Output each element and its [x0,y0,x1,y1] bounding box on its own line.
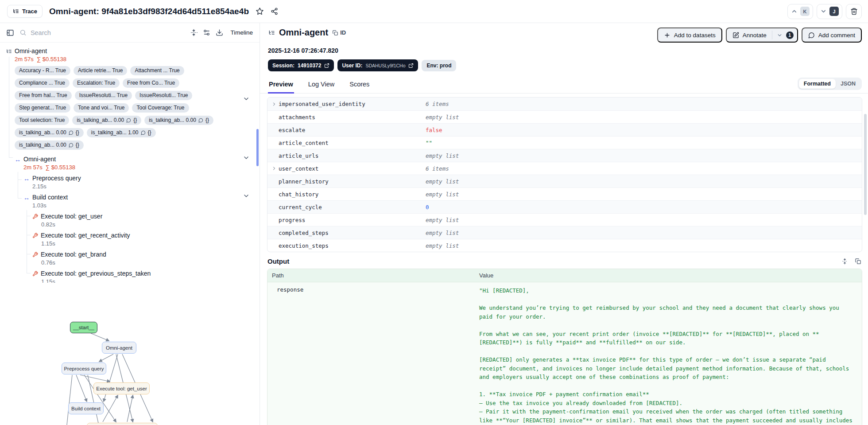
output-row-response[interactable]: response "Hi [REDACTED], We understand y… [267,282,862,425]
graph-node-build-context[interactable]: Build context [68,402,104,414]
delete-trace-button[interactable] [846,4,862,19]
span-row[interactable]: Execute tool: get_user0.82s [0,212,260,229]
tree-root-row[interactable]: Omni-agent [0,47,260,55]
collapse-all-icon[interactable] [190,29,198,36]
preview-key: planner_history [279,178,426,185]
graph-node[interactable] [87,423,158,425]
score-badge[interactable]: Article retrie... True [74,66,127,75]
score-badge[interactable]: is_talking_ab... 0.00{} [15,128,84,137]
graph-node-preprocess-query[interactable]: Preprocess query [62,363,106,374]
graph-node-execute-tool-get-user[interactable]: Execute tool: get_user [93,382,150,394]
preview-row[interactable]: progressempty list [267,213,862,226]
expand-chevron-icon[interactable] [271,166,279,171]
score-badge-label: IssueResoluti... True [79,92,128,98]
share-icon[interactable] [271,8,278,15]
graph-node-omni-agent[interactable]: Omni-agent [102,342,136,354]
preview-row[interactable]: escalatefalse [267,123,862,136]
span-label: Execute tool: get_brand [41,250,106,259]
star-icon[interactable] [256,7,264,16]
trace-timestamp: 2025-12-16 07:26:47.820 [268,47,862,54]
user-id-badge[interactable]: User ID:SDAHUSLy9f1CHo [337,59,418,71]
collapse-chevron-icon[interactable] [243,192,250,199]
span-row[interactable]: ↔Omni-agent2m 57s ∑ $0.55138 [0,155,260,172]
copy-id-button[interactable]: ID [332,29,346,36]
tree-guide [18,198,22,199]
copy-icon[interactable] [855,258,861,265]
span-row[interactable]: Execute tool: get_brand0.76s [0,250,260,267]
tree-guide [27,210,27,273]
preview-row[interactable]: article_urlsempty list [267,149,862,162]
score-badge[interactable]: Tool selection: True [15,116,69,125]
collapse-all-icon[interactable] [841,258,848,265]
preview-row[interactable]: impersonated_user_identity6 items [267,97,862,110]
preview-scrollbar[interactable] [864,114,867,215]
tab-log-view[interactable]: Log View [307,81,335,94]
collapse-chevron-icon[interactable] [243,95,250,102]
span-row[interactable]: ↔Preprocess query2.15s [0,174,260,191]
format-toggle-json[interactable]: JSON [836,79,860,89]
collapse-panel-icon[interactable] [6,29,14,37]
search-box[interactable] [19,29,185,36]
span-row[interactable]: ↔Build context1.03s [0,193,260,210]
score-badge[interactable]: Free from Co... True [123,78,179,88]
tab-preview[interactable]: Preview [268,81,294,94]
preview-row[interactable]: current_cycle0 [267,200,862,213]
score-badge[interactable]: is_talking_ab... 0.00{} [144,116,213,125]
format-toggle-formatted[interactable]: Formatted [799,79,836,89]
annotate-button[interactable]: Annotate 1 [726,27,798,43]
score-badge[interactable]: Tool Coverage: True [132,103,189,113]
session-badge[interactable]: Session:14910372 [268,59,334,71]
chevron-down-icon[interactable] [777,32,783,38]
preview-row[interactable]: article_content"" [267,136,862,149]
score-badge[interactable]: Escalation: True [73,78,120,88]
preview-row[interactable]: execution_stepsempty list [267,239,862,252]
trace-breadcrumb[interactable]: Trace [7,5,43,18]
nav-down-button[interactable]: J [817,4,842,19]
collapse-chevron-icon[interactable] [243,154,250,161]
timeline-toggle[interactable]: Timeline [230,29,253,36]
score-badge[interactable]: is_talking_ab... 1.00{} [87,128,156,137]
top-bar: Trace Omni-agent: 9f4a81eb3df983f24d64d5… [0,0,868,23]
preview-row[interactable]: chat_historyempty list [267,187,862,200]
score-badge[interactable]: Attachment ... True [130,66,184,75]
preview-row[interactable]: user_context6 items [267,162,862,175]
preview-value: 0 [426,204,429,211]
settings-sliders-icon[interactable] [203,29,210,36]
add-to-datasets-button[interactable]: Add to datasets [657,27,722,43]
copy-icon [332,30,338,36]
span-row[interactable]: Execute tool: get_previous_steps_taken1.… [0,269,260,283]
trace-tree: Omni-agent 2m 57s ∑ $0.55138 Accuracy - … [0,43,260,283]
expand-chevron-icon [271,166,277,171]
preview-row[interactable]: attachmentsempty list [267,110,862,123]
score-badge[interactable]: Accuracy - R... True [15,66,70,75]
expand-chevron-icon[interactable] [271,101,279,107]
tree-scrollbar[interactable] [256,129,259,166]
span-row[interactable]: Execute tool: get_recent_activity1.15s [0,231,260,248]
search-icon [19,29,27,36]
preview-key: article_content [279,140,426,146]
preview-value: empty list [426,191,459,198]
score-badge[interactable]: is_talking_ab... 0.00{} [72,116,141,125]
observation-title: Omni-agent [279,27,328,38]
preview-row[interactable]: planner_historyempty list [267,175,862,187]
annotate-pen-icon [732,32,739,39]
score-badge[interactable]: IssueResoluti... True [75,91,132,100]
plus-icon [664,32,670,39]
score-badge[interactable]: Compliance ... True [15,78,70,88]
preview-value: 6 items [426,101,449,107]
score-badge-label: Escalation: True [77,80,115,86]
expand-chevron-icon [271,101,277,107]
score-badge[interactable]: IssueResoluti... True [135,91,192,100]
search-input[interactable] [31,29,185,36]
score-badge[interactable]: Tone and voi... True [74,103,129,113]
preview-value: empty list [426,178,459,185]
score-badge[interactable]: Step generat... True [15,103,70,113]
preview-row[interactable]: completed_stepsempty list [267,226,862,239]
score-badge[interactable]: is_talking_ab... 0.00{} [15,140,84,150]
graph-node--start-[interactable]: __start__ [70,322,97,333]
nav-up-button[interactable]: K [787,4,813,19]
score-badge[interactable]: Free from hal... True [15,91,72,100]
add-comment-button[interactable]: Add comment [802,27,862,43]
download-icon[interactable] [216,29,223,36]
tab-scores[interactable]: Scores [349,81,370,94]
